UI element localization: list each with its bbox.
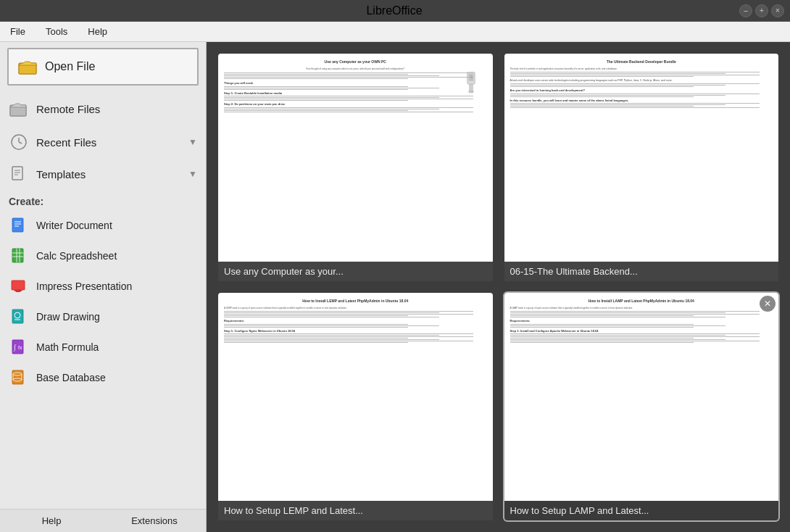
writer-icon bbox=[9, 215, 29, 236]
doc-preview-1: Use any Computer as your OWN PC Ever tho… bbox=[218, 54, 493, 262]
recent-files-icon bbox=[9, 132, 29, 152]
main-layout: Open File Remote Files bbox=[0, 42, 790, 532]
doc-card-4[interactable]: ✕ How to Install LAMP and Latest PhpMyAd… bbox=[504, 293, 779, 520]
templates-icon bbox=[9, 164, 29, 184]
create-math-label: Math Formula bbox=[36, 341, 99, 353]
doc-preview-4: ✕ How to Install LAMP and Latest PhpMyAd… bbox=[504, 293, 779, 501]
menubar: File Tools Help bbox=[0, 22, 790, 42]
usb-illustration bbox=[464, 72, 478, 93]
help-button[interactable]: Help bbox=[0, 510, 103, 532]
recent-files-chevron-icon: ▼ bbox=[188, 137, 197, 147]
create-impress-button[interactable]: Impress Presentation bbox=[0, 271, 206, 302]
doc-label-4: How to Setup LAMP and Latest... bbox=[504, 501, 779, 520]
math-icon: ∫ fx bbox=[9, 337, 29, 357]
svg-rect-7 bbox=[12, 167, 22, 180]
open-file-label: Open File bbox=[45, 60, 95, 73]
sidebar: Open File Remote Files bbox=[0, 42, 207, 532]
titlebar: LibreOffice – + × bbox=[0, 0, 790, 22]
doc-label-1: Use any Computer as your... bbox=[218, 262, 493, 281]
menu-help[interactable]: Help bbox=[83, 25, 112, 38]
svg-rect-11 bbox=[12, 218, 23, 232]
open-file-button[interactable]: Open File bbox=[7, 48, 199, 86]
create-base-label: Base Database bbox=[36, 372, 106, 383]
svg-rect-15 bbox=[12, 249, 23, 262]
extensions-button[interactable]: Extensions bbox=[103, 510, 206, 532]
maximize-button[interactable]: + bbox=[755, 4, 768, 17]
svg-rect-35 bbox=[468, 74, 473, 81]
templates-label: Templates bbox=[36, 168, 86, 180]
create-draw-label: Draw Drawing bbox=[36, 311, 100, 323]
base-icon bbox=[9, 367, 29, 388]
remote-files-label: Remote Files bbox=[36, 103, 100, 115]
create-base-button[interactable]: Base Database bbox=[0, 362, 206, 393]
doc-card-1[interactable]: Use any Computer as your OWN PC Ever tho… bbox=[218, 54, 493, 281]
open-file-icon bbox=[17, 57, 38, 77]
close-doc-button[interactable]: ✕ bbox=[760, 296, 776, 312]
menu-file[interactable]: File bbox=[6, 25, 30, 38]
create-draw-button[interactable]: Draw Drawing bbox=[0, 302, 206, 332]
create-math-button[interactable]: ∫ fx Math Formula bbox=[0, 332, 206, 362]
create-section-label: Create: bbox=[0, 190, 206, 210]
draw-icon bbox=[9, 307, 29, 327]
doc-label-3: How to Setup LEMP and Latest... bbox=[218, 501, 493, 520]
minimize-button[interactable]: – bbox=[739, 4, 752, 17]
svg-text:fx: fx bbox=[18, 345, 22, 350]
window-controls: – + × bbox=[739, 4, 784, 17]
recent-files-button[interactable]: Recent Files ▼ bbox=[0, 126, 206, 158]
impress-icon bbox=[9, 276, 29, 296]
doc-preview-3: How to Install LEMP and Latest PhpMyAdmi… bbox=[218, 293, 493, 501]
doc-label-2: 06-15-The Ultimate Backend... bbox=[504, 262, 779, 281]
create-writer-label: Writer Document bbox=[36, 220, 112, 231]
svg-rect-23 bbox=[12, 309, 23, 323]
document-grid: Use any Computer as your OWN PC Ever tho… bbox=[207, 42, 790, 532]
svg-rect-1 bbox=[19, 65, 36, 74]
create-calc-button[interactable]: Calc Spreadsheet bbox=[0, 241, 206, 271]
svg-line-6 bbox=[19, 142, 22, 144]
create-writer-button[interactable]: Writer Document bbox=[0, 210, 206, 241]
sidebar-footer: Help Extensions bbox=[0, 509, 206, 532]
close-button[interactable]: × bbox=[771, 4, 784, 17]
remote-files-icon bbox=[9, 99, 29, 119]
templates-button[interactable]: Templates ▼ bbox=[0, 158, 206, 190]
create-impress-label: Impress Presentation bbox=[36, 280, 132, 292]
menu-tools[interactable]: Tools bbox=[41, 25, 72, 38]
doc-card-2[interactable]: The Ultimate Backend Developer Bundle Th… bbox=[504, 54, 779, 281]
calc-icon bbox=[9, 246, 29, 266]
svg-rect-3 bbox=[10, 107, 26, 116]
doc-preview-2: The Ultimate Backend Developer Bundle Th… bbox=[504, 54, 779, 262]
svg-rect-37 bbox=[468, 91, 473, 93]
doc-card-3[interactable]: How to Install LEMP and Latest PhpMyAdmi… bbox=[218, 293, 493, 520]
templates-chevron-icon: ▼ bbox=[188, 169, 197, 179]
window-title: LibreOffice bbox=[366, 4, 422, 17]
svg-rect-20 bbox=[12, 280, 25, 290]
create-calc-label: Calc Spreadsheet bbox=[36, 250, 117, 262]
recent-files-label: Recent Files bbox=[36, 136, 96, 149]
remote-files-button[interactable]: Remote Files bbox=[0, 91, 206, 126]
